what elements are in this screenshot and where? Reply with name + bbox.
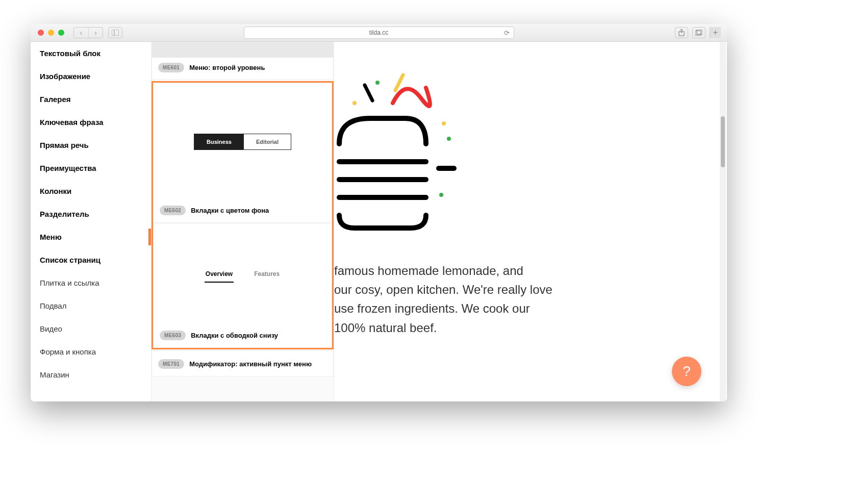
svg-line-16 — [395, 75, 403, 90]
share-button[interactable] — [675, 27, 688, 38]
block-title: Модификатор: активный пункт меню — [189, 360, 312, 368]
burger-illustration-icon — [334, 42, 462, 241]
question-mark-icon: ? — [683, 363, 691, 380]
sidebar-toggle-button[interactable] — [108, 27, 122, 38]
block-title: Меню: второй уровень — [189, 64, 265, 71]
new-tab-button[interactable]: + — [710, 27, 721, 38]
sidebar-item-gallery[interactable]: Галерея — [31, 88, 151, 111]
tabs-button[interactable] — [692, 27, 705, 38]
tab-pill-active: Business — [194, 134, 244, 149]
tabs-pill-preview: Business Editorial — [194, 134, 291, 150]
sidebar-item-footer[interactable]: Подвал — [31, 294, 151, 317]
block-code-badge: ME602 — [160, 206, 186, 215]
svg-line-15 — [365, 85, 372, 100]
help-button[interactable]: ? — [672, 357, 701, 386]
sidebar-item-key-phrase[interactable]: Ключевая фраза — [31, 111, 151, 134]
svg-point-10 — [352, 101, 357, 105]
block-preview — [152, 42, 333, 58]
block-code-badge: ME603 — [160, 331, 186, 340]
svg-point-11 — [442, 121, 446, 125]
block-code-badge: ME601 — [158, 63, 184, 72]
maximize-window-icon[interactable] — [58, 30, 64, 36]
selected-blocks-highlight: Business Editorial ME602 Вкладки с цвето… — [152, 81, 334, 349]
svg-rect-4 — [695, 31, 701, 35]
forward-button[interactable]: › — [88, 28, 103, 38]
block-card-me602[interactable]: Business Editorial ME602 Вкладки с цвето… — [153, 83, 332, 223]
svg-rect-0 — [112, 30, 119, 36]
sidebar-item-divider[interactable]: Разделитель — [31, 203, 151, 225]
reload-icon[interactable]: ⟳ — [504, 29, 510, 37]
svg-point-13 — [439, 193, 443, 197]
block-code-badge: ME701 — [158, 359, 184, 369]
content-paragraph: famous homemade lemonade, and our cosy, … — [334, 261, 569, 337]
sidebar-item-columns[interactable]: Колонки — [31, 180, 151, 203]
svg-point-12 — [447, 137, 451, 141]
back-button[interactable]: ‹ — [74, 28, 88, 38]
scrollbar[interactable] — [720, 42, 726, 401]
block-preview: Business Editorial — [154, 83, 332, 200]
sidebar-item-quote[interactable]: Прямая речь — [31, 134, 151, 157]
sidebar-item-text-block[interactable]: Текстовый блок — [31, 42, 151, 65]
sidebar-item-form-button[interactable]: Форма и кнопка — [31, 340, 151, 363]
category-sidebar: Текстовый блок Изображение Галерея Ключе… — [31, 42, 152, 401]
sidebar-item-video[interactable]: Видео — [31, 317, 151, 340]
close-window-icon[interactable] — [38, 30, 44, 36]
sidebar-item-page-list[interactable]: Список страниц — [31, 248, 151, 271]
nav-buttons: ‹ › — [73, 27, 103, 38]
block-library-panel: ME601 Меню: второй уровень Business Edit… — [152, 42, 334, 401]
page-canvas: famous homemade lemonade, and our cosy, … — [334, 42, 727, 401]
tab-underline-inactive: Features — [253, 266, 281, 283]
tabs-underline-preview: Overview Features — [205, 266, 281, 283]
address-bar[interactable]: tilda.cc ⟳ — [244, 27, 514, 39]
block-title: Вкладки с обводкой снизу — [191, 332, 278, 339]
svg-point-14 — [375, 81, 380, 85]
browser-chrome: ‹ › tilda.cc ⟳ + — [31, 24, 727, 42]
sidebar-item-tile-link[interactable]: Плитка и ссылка — [31, 271, 151, 294]
minimize-window-icon[interactable] — [48, 30, 54, 36]
scrollbar-thumb[interactable] — [721, 116, 725, 167]
tab-underline-active: Overview — [205, 266, 234, 283]
block-card-me601[interactable]: ME601 Меню: второй уровень — [152, 42, 334, 80]
block-preview: Overview Features — [154, 223, 332, 325]
sidebar-item-menu[interactable]: Меню — [31, 225, 151, 248]
block-title: Вкладки с цветом фона — [191, 207, 269, 214]
block-card-me603[interactable]: Overview Features ME603 Вкладки с обводк… — [153, 223, 332, 348]
window-controls — [38, 30, 64, 36]
url-text: tilda.cc — [369, 29, 388, 36]
sidebar-item-shop[interactable]: Магазин — [31, 363, 151, 386]
block-card-me701[interactable]: ME701 Модификатор: активный пункт меню — [152, 350, 334, 376]
tab-pill-inactive: Editorial — [244, 134, 291, 149]
sidebar-item-image[interactable]: Изображение — [31, 65, 151, 88]
svg-rect-5 — [697, 30, 702, 34]
sidebar-item-features[interactable]: Преимущества — [31, 157, 151, 180]
